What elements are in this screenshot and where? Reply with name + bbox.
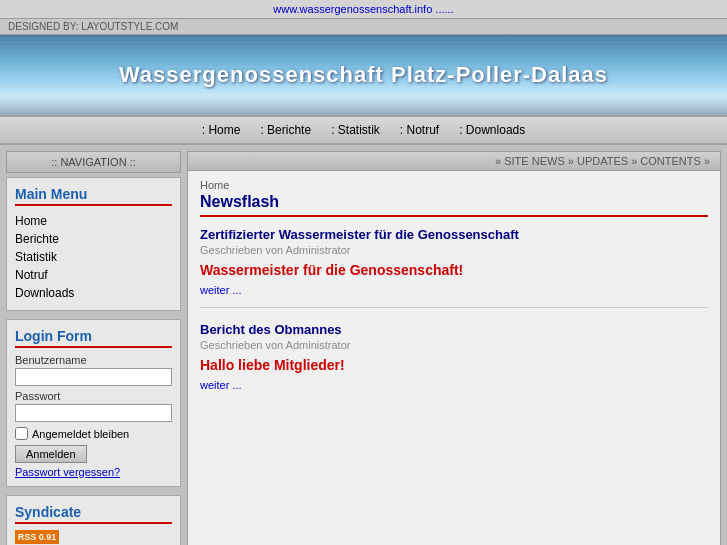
- news-item-0: Zertifizierter Wassermeister für die Gen…: [200, 227, 708, 308]
- main-wrapper: :: NAVIGATION :: Main Menu Home Berichte…: [0, 145, 727, 545]
- nav-item-statistik[interactable]: Statistik: [331, 123, 380, 137]
- username-input[interactable]: [15, 368, 172, 386]
- news-item-0-content: Wassermeister für die Genossenschaft!: [200, 262, 708, 278]
- password-input[interactable]: [15, 404, 172, 422]
- syndicate-title: Syndicate: [15, 504, 172, 524]
- main-menu-title: Main Menu: [15, 186, 172, 206]
- content-subnav: » SITE NEWS » UPDATES » CONTENTS »: [188, 152, 720, 171]
- rss-091-badge[interactable]: RSS 0.91: [15, 530, 59, 544]
- menu-item-berichte[interactable]: Berichte: [15, 230, 172, 248]
- password-label: Passwort: [15, 390, 172, 402]
- remember-checkbox[interactable]: [15, 427, 28, 440]
- news-item-1: Bericht des Obmannes Geschrieben von Adm…: [200, 322, 708, 402]
- nav-item-berichte[interactable]: Berichte: [260, 123, 311, 137]
- syndicate-box: Syndicate RSS 0.91 RSS 1.0 RSS 2.0: [6, 495, 181, 545]
- login-form-title: Login Form: [15, 328, 172, 348]
- sidebar: :: NAVIGATION :: Main Menu Home Berichte…: [6, 151, 181, 545]
- nav-item-downloads[interactable]: Downloads: [459, 123, 525, 137]
- news-item-0-title: Zertifizierter Wassermeister für die Gen…: [200, 227, 708, 242]
- menu-item-home[interactable]: Home: [15, 212, 172, 230]
- content-body: Home Newsflash Zertifizierter Wassermeis…: [188, 171, 720, 424]
- news-item-0-more-link[interactable]: weiter ...: [200, 284, 242, 296]
- username-label: Benutzername: [15, 354, 172, 366]
- news-item-0-author: Geschrieben von Administrator: [200, 244, 708, 256]
- news-item-1-author: Geschrieben von Administrator: [200, 339, 708, 351]
- menu-item-notruf[interactable]: Notruf: [15, 266, 172, 284]
- nav-bar: Home Berichte Statistik Notruf Downloads: [0, 115, 727, 145]
- nav-label: :: NAVIGATION ::: [6, 151, 181, 173]
- nav-item-home[interactable]: Home: [202, 123, 241, 137]
- menu-item-statistik[interactable]: Statistik: [15, 248, 172, 266]
- main-menu-box: Main Menu Home Berichte Statistik Notruf…: [6, 177, 181, 311]
- login-button[interactable]: Anmelden: [15, 445, 87, 463]
- top-bar: www.wassergenossenschaft.info ......: [0, 0, 727, 19]
- header-banner: Wassergenossenschaft Platz-Poller-Dalaas: [0, 35, 727, 115]
- news-item-1-content: Hallo liebe Mitglieder!: [200, 357, 708, 373]
- page-title: Newsflash: [200, 193, 708, 217]
- site-url-link[interactable]: www.wassergenossenschaft.info ......: [273, 3, 453, 15]
- subnav-text: » SITE NEWS » UPDATES » CONTENTS »: [495, 155, 710, 167]
- menu-item-downloads[interactable]: Downloads: [15, 284, 172, 302]
- breadcrumb: Home: [200, 179, 708, 191]
- remember-row: Angemeldet bleiben: [15, 427, 172, 440]
- news-item-1-more-link[interactable]: weiter ...: [200, 379, 242, 391]
- remember-label: Angemeldet bleiben: [32, 428, 129, 440]
- site-title: Wassergenossenschaft Platz-Poller-Dalaas: [119, 62, 608, 88]
- news-item-1-title: Bericht des Obmannes: [200, 322, 708, 337]
- forgot-password-link[interactable]: Passwort vergessen?: [15, 466, 172, 478]
- designed-bar: DESIGNED BY: LAYOUTSTYLE.COM: [0, 19, 727, 35]
- login-form-box: Login Form Benutzername Passwort Angemel…: [6, 319, 181, 487]
- content-area: » SITE NEWS » UPDATES » CONTENTS » Home …: [187, 151, 721, 545]
- designed-text: DESIGNED BY: LAYOUTSTYLE.COM: [8, 21, 178, 32]
- nav-item-notruf[interactable]: Notruf: [400, 123, 439, 137]
